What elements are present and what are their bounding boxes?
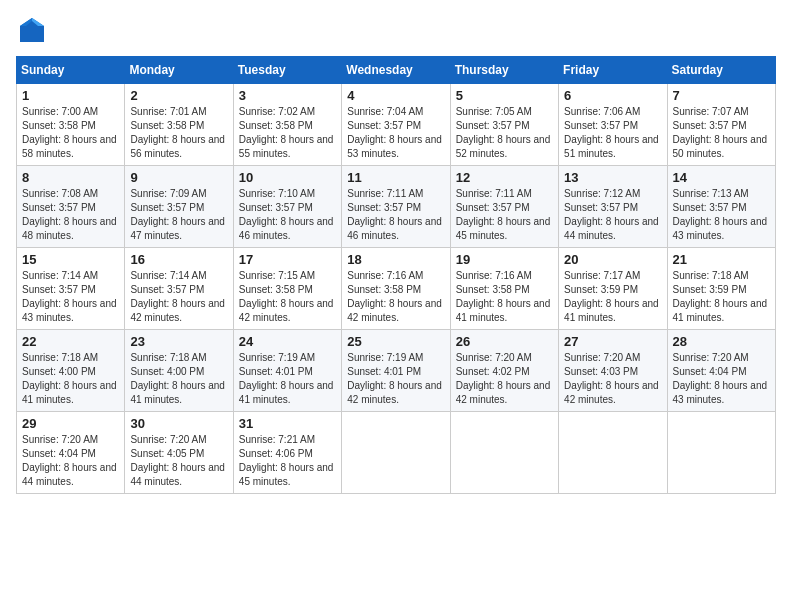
day-detail: Sunrise: 7:16 AM Sunset: 3:58 PM Dayligh… (347, 269, 444, 325)
day-detail: Sunrise: 7:01 AM Sunset: 3:58 PM Dayligh… (130, 105, 227, 161)
day-number: 29 (22, 416, 119, 431)
day-detail: Sunrise: 7:07 AM Sunset: 3:57 PM Dayligh… (673, 105, 770, 161)
calendar-cell: 27 Sunrise: 7:20 AM Sunset: 4:03 PM Dayl… (559, 330, 667, 412)
calendar-cell (667, 412, 775, 494)
day-number: 23 (130, 334, 227, 349)
calendar-cell (342, 412, 450, 494)
day-detail: Sunrise: 7:18 AM Sunset: 3:59 PM Dayligh… (673, 269, 770, 325)
day-number: 11 (347, 170, 444, 185)
day-detail: Sunrise: 7:12 AM Sunset: 3:57 PM Dayligh… (564, 187, 661, 243)
day-number: 16 (130, 252, 227, 267)
day-number: 6 (564, 88, 661, 103)
weekday-header-row: SundayMondayTuesdayWednesdayThursdayFrid… (17, 57, 776, 84)
calendar-cell: 11 Sunrise: 7:11 AM Sunset: 3:57 PM Dayl… (342, 166, 450, 248)
svg-marker-0 (20, 18, 44, 42)
calendar-cell: 12 Sunrise: 7:11 AM Sunset: 3:57 PM Dayl… (450, 166, 558, 248)
day-detail: Sunrise: 7:20 AM Sunset: 4:02 PM Dayligh… (456, 351, 553, 407)
day-detail: Sunrise: 7:21 AM Sunset: 4:06 PM Dayligh… (239, 433, 336, 489)
day-number: 13 (564, 170, 661, 185)
calendar-table: SundayMondayTuesdayWednesdayThursdayFrid… (16, 56, 776, 494)
calendar-cell: 15 Sunrise: 7:14 AM Sunset: 3:57 PM Dayl… (17, 248, 125, 330)
calendar-cell: 23 Sunrise: 7:18 AM Sunset: 4:00 PM Dayl… (125, 330, 233, 412)
calendar-cell: 30 Sunrise: 7:20 AM Sunset: 4:05 PM Dayl… (125, 412, 233, 494)
day-number: 5 (456, 88, 553, 103)
day-detail: Sunrise: 7:20 AM Sunset: 4:05 PM Dayligh… (130, 433, 227, 489)
calendar-cell: 6 Sunrise: 7:06 AM Sunset: 3:57 PM Dayli… (559, 84, 667, 166)
calendar-cell: 14 Sunrise: 7:13 AM Sunset: 3:57 PM Dayl… (667, 166, 775, 248)
calendar-week-3: 15 Sunrise: 7:14 AM Sunset: 3:57 PM Dayl… (17, 248, 776, 330)
day-detail: Sunrise: 7:20 AM Sunset: 4:04 PM Dayligh… (22, 433, 119, 489)
day-detail: Sunrise: 7:14 AM Sunset: 3:57 PM Dayligh… (130, 269, 227, 325)
day-detail: Sunrise: 7:11 AM Sunset: 3:57 PM Dayligh… (456, 187, 553, 243)
calendar-week-5: 29 Sunrise: 7:20 AM Sunset: 4:04 PM Dayl… (17, 412, 776, 494)
day-number: 12 (456, 170, 553, 185)
day-number: 31 (239, 416, 336, 431)
calendar-cell: 19 Sunrise: 7:16 AM Sunset: 3:58 PM Dayl… (450, 248, 558, 330)
logo (16, 16, 52, 44)
calendar-cell: 21 Sunrise: 7:18 AM Sunset: 3:59 PM Dayl… (667, 248, 775, 330)
weekday-header-sunday: Sunday (17, 57, 125, 84)
day-detail: Sunrise: 7:08 AM Sunset: 3:57 PM Dayligh… (22, 187, 119, 243)
calendar-cell: 3 Sunrise: 7:02 AM Sunset: 3:58 PM Dayli… (233, 84, 341, 166)
day-detail: Sunrise: 7:09 AM Sunset: 3:57 PM Dayligh… (130, 187, 227, 243)
calendar-cell: 20 Sunrise: 7:17 AM Sunset: 3:59 PM Dayl… (559, 248, 667, 330)
day-detail: Sunrise: 7:00 AM Sunset: 3:58 PM Dayligh… (22, 105, 119, 161)
calendar-cell: 28 Sunrise: 7:20 AM Sunset: 4:04 PM Dayl… (667, 330, 775, 412)
weekday-header-tuesday: Tuesday (233, 57, 341, 84)
calendar-cell: 4 Sunrise: 7:04 AM Sunset: 3:57 PM Dayli… (342, 84, 450, 166)
calendar-cell: 10 Sunrise: 7:10 AM Sunset: 3:57 PM Dayl… (233, 166, 341, 248)
calendar-cell: 7 Sunrise: 7:07 AM Sunset: 3:57 PM Dayli… (667, 84, 775, 166)
weekday-header-thursday: Thursday (450, 57, 558, 84)
day-number: 10 (239, 170, 336, 185)
day-number: 22 (22, 334, 119, 349)
calendar-cell: 24 Sunrise: 7:19 AM Sunset: 4:01 PM Dayl… (233, 330, 341, 412)
day-detail: Sunrise: 7:11 AM Sunset: 3:57 PM Dayligh… (347, 187, 444, 243)
day-number: 21 (673, 252, 770, 267)
weekday-header-friday: Friday (559, 57, 667, 84)
day-number: 9 (130, 170, 227, 185)
day-number: 24 (239, 334, 336, 349)
day-number: 19 (456, 252, 553, 267)
calendar-cell: 25 Sunrise: 7:19 AM Sunset: 4:01 PM Dayl… (342, 330, 450, 412)
calendar-week-2: 8 Sunrise: 7:08 AM Sunset: 3:57 PM Dayli… (17, 166, 776, 248)
weekday-header-monday: Monday (125, 57, 233, 84)
day-detail: Sunrise: 7:06 AM Sunset: 3:57 PM Dayligh… (564, 105, 661, 161)
day-number: 27 (564, 334, 661, 349)
calendar-week-4: 22 Sunrise: 7:18 AM Sunset: 4:00 PM Dayl… (17, 330, 776, 412)
day-number: 4 (347, 88, 444, 103)
day-number: 17 (239, 252, 336, 267)
day-detail: Sunrise: 7:02 AM Sunset: 3:58 PM Dayligh… (239, 105, 336, 161)
calendar-cell: 5 Sunrise: 7:05 AM Sunset: 3:57 PM Dayli… (450, 84, 558, 166)
page-header (16, 16, 776, 44)
day-number: 14 (673, 170, 770, 185)
day-detail: Sunrise: 7:15 AM Sunset: 3:58 PM Dayligh… (239, 269, 336, 325)
calendar-cell: 18 Sunrise: 7:16 AM Sunset: 3:58 PM Dayl… (342, 248, 450, 330)
calendar-cell: 1 Sunrise: 7:00 AM Sunset: 3:58 PM Dayli… (17, 84, 125, 166)
calendar-cell: 17 Sunrise: 7:15 AM Sunset: 3:58 PM Dayl… (233, 248, 341, 330)
weekday-header-saturday: Saturday (667, 57, 775, 84)
calendar-cell: 9 Sunrise: 7:09 AM Sunset: 3:57 PM Dayli… (125, 166, 233, 248)
day-detail: Sunrise: 7:16 AM Sunset: 3:58 PM Dayligh… (456, 269, 553, 325)
day-detail: Sunrise: 7:20 AM Sunset: 4:04 PM Dayligh… (673, 351, 770, 407)
day-number: 1 (22, 88, 119, 103)
day-number: 25 (347, 334, 444, 349)
calendar-cell: 26 Sunrise: 7:20 AM Sunset: 4:02 PM Dayl… (450, 330, 558, 412)
day-number: 28 (673, 334, 770, 349)
day-detail: Sunrise: 7:18 AM Sunset: 4:00 PM Dayligh… (130, 351, 227, 407)
day-number: 26 (456, 334, 553, 349)
day-number: 2 (130, 88, 227, 103)
day-detail: Sunrise: 7:17 AM Sunset: 3:59 PM Dayligh… (564, 269, 661, 325)
weekday-header-wednesday: Wednesday (342, 57, 450, 84)
calendar-cell: 29 Sunrise: 7:20 AM Sunset: 4:04 PM Dayl… (17, 412, 125, 494)
calendar-week-1: 1 Sunrise: 7:00 AM Sunset: 3:58 PM Dayli… (17, 84, 776, 166)
day-detail: Sunrise: 7:19 AM Sunset: 4:01 PM Dayligh… (347, 351, 444, 407)
logo-icon (16, 16, 48, 44)
day-detail: Sunrise: 7:20 AM Sunset: 4:03 PM Dayligh… (564, 351, 661, 407)
calendar-body: 1 Sunrise: 7:00 AM Sunset: 3:58 PM Dayli… (17, 84, 776, 494)
day-detail: Sunrise: 7:05 AM Sunset: 3:57 PM Dayligh… (456, 105, 553, 161)
day-detail: Sunrise: 7:19 AM Sunset: 4:01 PM Dayligh… (239, 351, 336, 407)
calendar-cell: 22 Sunrise: 7:18 AM Sunset: 4:00 PM Dayl… (17, 330, 125, 412)
day-number: 3 (239, 88, 336, 103)
calendar-cell (450, 412, 558, 494)
calendar-cell: 13 Sunrise: 7:12 AM Sunset: 3:57 PM Dayl… (559, 166, 667, 248)
